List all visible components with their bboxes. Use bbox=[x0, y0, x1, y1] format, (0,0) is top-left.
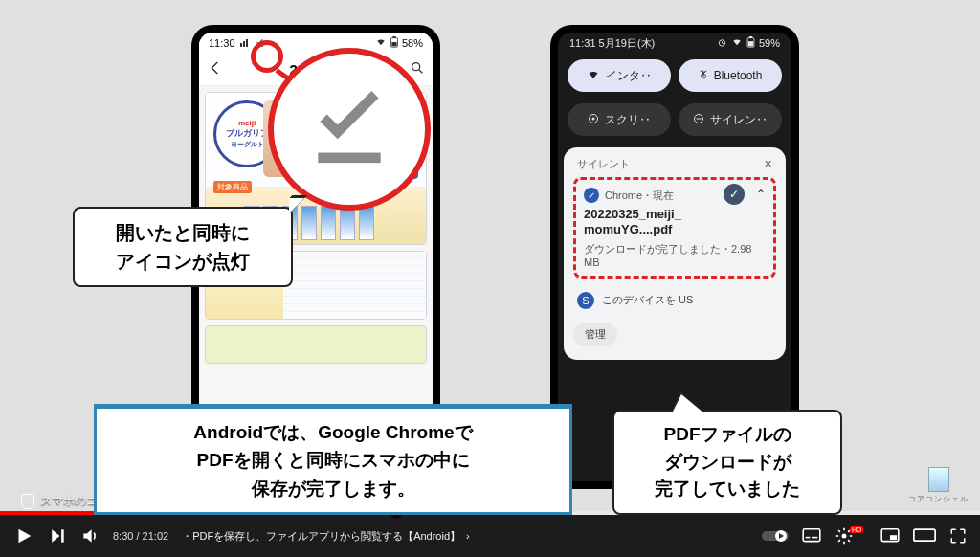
pack-image bbox=[359, 206, 374, 240]
svg-point-7 bbox=[412, 62, 420, 70]
quick-settings-row: インタ‥ Bluetooth bbox=[558, 54, 791, 98]
dnd-icon bbox=[693, 113, 704, 127]
svg-point-14 bbox=[592, 117, 595, 120]
video-time: 8:30 / 21:02 bbox=[113, 530, 168, 542]
svg-rect-22 bbox=[812, 537, 817, 539]
qs-screenrecord-chip[interactable]: スクリ‥ bbox=[568, 103, 671, 136]
download-done-icon bbox=[302, 80, 396, 178]
status-battery: 59% bbox=[759, 37, 780, 49]
callout-download-complete: PDFファイルの ダウンロードが 完了していました bbox=[612, 410, 842, 515]
download-done-badge-icon: ✓ bbox=[724, 184, 745, 205]
svg-rect-25 bbox=[890, 535, 897, 540]
status-bar: 11:30 58% bbox=[199, 33, 433, 54]
target-product-tag: 対象商品 bbox=[213, 181, 252, 193]
explanation-box: Androidでは、Google Chromeで PDFを開くと同時にスマホの中… bbox=[94, 404, 572, 515]
product-card bbox=[205, 325, 427, 364]
shield-icon bbox=[21, 494, 34, 509]
callout-line: ダウンロードが bbox=[628, 449, 827, 477]
miniplayer-button[interactable] bbox=[880, 528, 900, 544]
callout-line: 開いたと同時に bbox=[88, 218, 278, 247]
status-bar: 11:31 5月19日(木) 59% bbox=[558, 33, 791, 54]
youtube-player-bar: 8:30 / 21:02 ・PDFを保存し、ファイルアプリから閲覧する【Andr… bbox=[0, 515, 980, 557]
qs-label: Bluetooth bbox=[714, 69, 763, 82]
bluetooth-icon bbox=[699, 68, 708, 84]
svg-rect-21 bbox=[805, 537, 810, 539]
chapter-title[interactable]: ・PDFを保存し、ファイルアプリから閲覧する【Android】 › bbox=[182, 529, 470, 544]
pack-image bbox=[340, 206, 355, 240]
usb-text: このデバイスを US bbox=[602, 293, 693, 307]
svg-rect-20 bbox=[803, 529, 820, 542]
svg-rect-26 bbox=[914, 529, 935, 541]
notification-subtext: ダウンロードが完了しました・2.98 MB bbox=[584, 242, 766, 268]
back-icon[interactable] bbox=[207, 59, 224, 80]
qs-label: スクリ‥ bbox=[605, 112, 651, 128]
status-battery: 58% bbox=[402, 37, 423, 49]
notification-filename: 20220325_meiji_ momuYG....pdf bbox=[584, 207, 766, 238]
signal-icon bbox=[240, 37, 250, 49]
callout-connector bbox=[251, 40, 283, 73]
svg-rect-2 bbox=[246, 39, 248, 47]
qs-internet-chip[interactable]: インタ‥ bbox=[568, 59, 671, 92]
status-time: 11:30 bbox=[209, 37, 235, 49]
highlighted-notification[interactable]: ✓ Chrome・現在 ✓ ⌃ 20220325_meiji_ momuYG..… bbox=[573, 177, 776, 278]
alarm-icon bbox=[717, 37, 727, 50]
video-slide: 11:30 58% 2022 .5 bbox=[0, 0, 980, 557]
section-title: サイレント bbox=[577, 157, 630, 171]
chevron-up-icon[interactable]: ⌃ bbox=[756, 188, 766, 201]
qs-bluetooth-chip[interactable]: Bluetooth bbox=[679, 59, 782, 92]
callout-line: PDFファイルの bbox=[628, 421, 827, 449]
quick-settings-row: スクリ‥ サイレン‥ bbox=[558, 98, 791, 142]
fullscreen-button[interactable] bbox=[949, 527, 967, 545]
logo-text: コアコンシェル bbox=[908, 494, 969, 504]
pack-image bbox=[321, 206, 336, 240]
logo-image bbox=[928, 467, 949, 492]
record-icon bbox=[588, 113, 599, 127]
chevron-right-icon: › bbox=[466, 530, 470, 542]
qs-dnd-chip[interactable]: サイレン‥ bbox=[679, 103, 782, 136]
svg-point-23 bbox=[841, 534, 846, 539]
notification-section-header: サイレント ✕ bbox=[573, 157, 776, 177]
svg-rect-5 bbox=[392, 36, 395, 38]
svg-rect-8 bbox=[318, 153, 380, 164]
autoplay-toggle[interactable] bbox=[762, 529, 789, 543]
volume-button[interactable] bbox=[80, 526, 100, 546]
wifi-icon bbox=[587, 69, 600, 83]
close-icon[interactable]: ✕ bbox=[764, 158, 772, 170]
next-button[interactable] bbox=[48, 526, 67, 546]
svg-rect-17 bbox=[61, 529, 64, 542]
callout-line: アイコンが点灯 bbox=[88, 247, 278, 276]
channel-logo: コアコンシェル bbox=[908, 467, 969, 504]
wifi-icon bbox=[731, 37, 743, 49]
captions-button[interactable] bbox=[802, 528, 821, 544]
svg-rect-11 bbox=[749, 36, 752, 38]
explanation-line: 保存が完了します。 bbox=[110, 475, 556, 502]
qs-label: インタ‥ bbox=[606, 68, 652, 84]
battery-icon bbox=[390, 36, 399, 50]
battery-icon bbox=[746, 36, 755, 50]
svg-rect-6 bbox=[391, 42, 396, 46]
status-time: 11:31 bbox=[569, 37, 596, 49]
svg-rect-1 bbox=[243, 41, 245, 47]
hd-badge: HD bbox=[850, 526, 863, 533]
wifi-icon bbox=[375, 37, 387, 49]
notification-panel: サイレント ✕ ✓ Chrome・現在 ✓ ⌃ 20220325_meiji_ … bbox=[564, 147, 786, 360]
settings-button[interactable]: HD bbox=[835, 526, 867, 546]
play-button[interactable] bbox=[13, 525, 34, 546]
chrome-app-icon: ✓ bbox=[584, 188, 599, 203]
qs-label: サイレン‥ bbox=[710, 112, 768, 128]
usb-notification[interactable]: S このデバイスを US bbox=[573, 288, 776, 313]
notification-app-line: Chrome・現在 bbox=[605, 189, 674, 203]
callout-line: 完了していました bbox=[628, 476, 827, 503]
system-icon: S bbox=[577, 292, 594, 309]
theater-button[interactable] bbox=[913, 528, 936, 544]
svg-rect-12 bbox=[748, 41, 753, 46]
callout-icon-lights-up: 開いたと同時に アイコンが点灯 bbox=[73, 207, 293, 287]
manage-button[interactable]: 管理 bbox=[573, 323, 617, 346]
svg-rect-0 bbox=[240, 43, 242, 47]
magnified-icon-callout bbox=[268, 48, 431, 211]
search-icon[interactable] bbox=[410, 60, 425, 79]
status-date: 5月19日(木) bbox=[599, 37, 656, 49]
explanation-line: Androidでは、Google Chromeで bbox=[110, 418, 556, 446]
svg-rect-16 bbox=[697, 118, 702, 119]
explanation-line: PDFを開くと同時にスマホの中に bbox=[110, 446, 556, 474]
